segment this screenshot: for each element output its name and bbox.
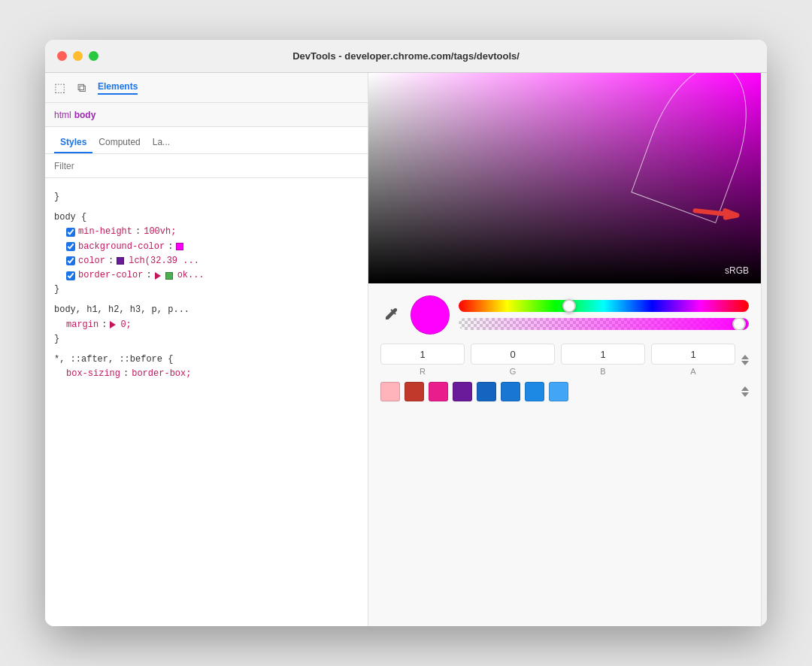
tab-computed[interactable]: Computed [92,132,146,153]
gradient-dark [368,73,761,283]
b-input-group: B [561,344,645,376]
g-input[interactable] [471,344,555,365]
hue-slider[interactable] [459,300,749,312]
css-rule-universal: *, ::after, ::before { [54,353,359,367]
color-swatch-bg[interactable] [176,243,183,250]
devtools-window: DevTools - developer.chrome.com/tags/dev… [45,40,767,626]
checkbox-border-color[interactable] [66,271,75,280]
prop-value-min-height: 100vh; [144,225,176,239]
spinner-down-arrow[interactable] [741,361,749,365]
scrollbar[interactable] [761,73,767,626]
alpha-thumb [732,318,746,330]
rgba-inputs: R G B A [380,344,749,376]
prop-name-color: color [78,254,105,268]
alpha-gradient [459,318,749,330]
filter-input[interactable] [54,161,359,171]
swatches-row [380,382,749,401]
css-prop-box-sizing: box-sizing : border-box; [54,367,359,381]
picker-row-top [380,295,749,335]
tab-layout[interactable]: La... [147,132,176,153]
swatch-5[interactable] [501,382,520,401]
swatch-0[interactable] [380,382,400,401]
prop-name-border-color: border-color [78,268,143,283]
css-prop-border-color: border-color : ok... [54,268,359,283]
checkbox-min-height[interactable] [66,228,75,237]
b-label: B [600,367,605,376]
checkbox-color[interactable] [66,256,75,265]
swatches-spinner[interactable] [741,386,749,397]
close-button[interactable] [57,51,67,61]
b-input[interactable] [561,344,645,365]
devtools-toolbar: ⬚ ⧉ Elements [45,73,368,103]
devtools-body: ⬚ ⧉ Elements html body Styles Computed L… [45,73,767,626]
g-label: G [510,367,517,376]
a-input[interactable] [651,344,735,365]
prop-value-border: ok... [177,268,205,283]
title-bar: DevTools - developer.chrome.com/tags/dev… [45,40,767,73]
eyedropper-icon[interactable] [380,304,401,325]
prop-value-margin: 0; [120,318,131,332]
css-prop-background-color: background-color : [54,240,359,254]
srgb-label: sRGB [725,265,749,276]
device-toggle-icon[interactable]: ⧉ [77,81,86,95]
css-content: } body { min-height : 100vh; background-… [45,178,368,626]
css-rule-body-h1: body, h1, h2, h3, p, p... [54,303,359,317]
filter-bar [45,154,368,178]
color-swatch-border[interactable] [165,272,173,280]
left-panel: ⬚ ⧉ Elements html body Styles Computed L… [45,73,368,626]
color-gradient-area[interactable]: sRGB [368,73,761,283]
css-prop-min-height: min-height : 100vh; [54,225,359,239]
inspect-element-icon[interactable]: ⬚ [54,80,65,95]
traffic-lights [57,51,98,61]
triangle-icon-border [155,272,161,280]
prop-name-box-sizing: box-sizing [66,367,120,381]
sliders-area [459,300,749,330]
breadcrumb-body[interactable]: body [74,110,96,120]
r-input[interactable] [380,344,465,365]
minimize-button[interactable] [73,51,83,61]
checkbox-background-color[interactable] [66,242,75,251]
swatch-4[interactable] [477,382,496,401]
rgba-spinner-arrows[interactable] [741,355,749,365]
swatches-up-arrow[interactable] [741,386,749,391]
css-prop-color: color : lch(32.39 ... [54,254,359,268]
color-picker-panel: sRGB [368,73,761,626]
swatch-3[interactable] [453,382,472,401]
triangle-icon-margin [110,321,116,328]
css-closing-brace-0: } [54,190,359,204]
tab-elements[interactable]: Elements [98,81,138,95]
css-closing-brace-2: } [54,332,359,347]
swatch-7[interactable] [549,382,568,401]
css-closing-brace-1: } [54,283,359,297]
prop-value-box-sizing: border-box; [132,367,191,381]
a-input-group: A [651,344,735,376]
spinner-up-arrow[interactable] [741,355,749,359]
g-input-group: G [471,344,555,376]
swatch-6[interactable] [525,382,544,401]
hue-thumb [562,299,576,313]
color-swatch-color[interactable] [117,257,124,265]
swatch-1[interactable] [404,382,424,401]
window-title: DevTools - developer.chrome.com/tags/dev… [292,50,520,62]
alpha-slider[interactable] [459,318,749,330]
prop-name-min-height: min-height [78,225,132,239]
swatches-down-arrow[interactable] [741,392,749,397]
color-preview-circle [411,295,450,335]
r-input-group: R [380,344,465,376]
prop-value-color: lch(32.39 ... [129,254,199,268]
prop-name-bg-color: background-color [78,240,165,254]
css-prop-margin: margin : 0; [54,318,359,332]
a-label: A [690,367,695,376]
color-picker-controls: R G B A [368,283,761,626]
swatch-2[interactable] [429,382,448,401]
maximize-button[interactable] [89,51,98,61]
breadcrumb: html body [45,103,368,127]
prop-name-margin: margin [66,318,98,332]
styles-tabs: Styles Computed La... [45,127,368,154]
r-label: R [420,367,426,376]
breadcrumb-html[interactable]: html [54,110,71,120]
css-rule-body: body { [54,210,359,225]
tab-styles[interactable]: Styles [54,132,92,153]
